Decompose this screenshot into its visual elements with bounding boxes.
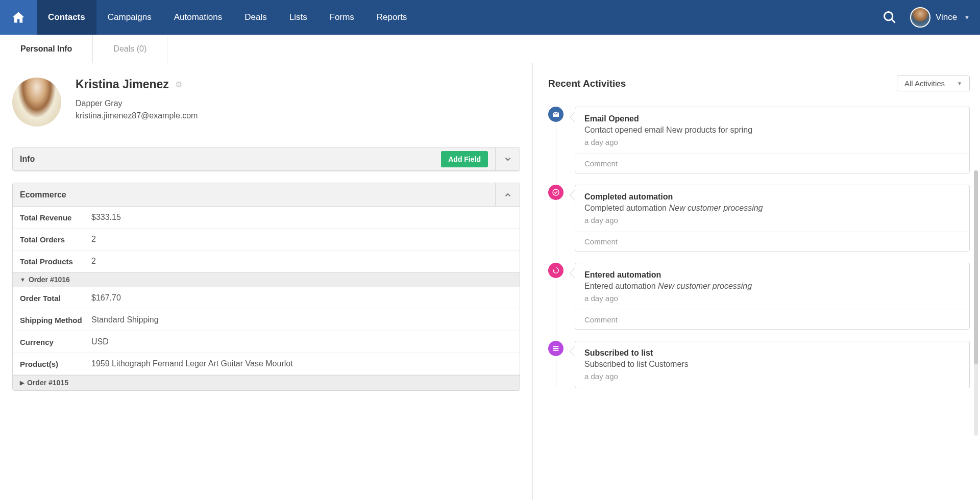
- row-label: Shipping Method: [20, 316, 91, 324]
- contact-avatar: [12, 78, 61, 127]
- activity-title: Entered automation: [584, 270, 960, 280]
- automation-enter-icon: [548, 263, 564, 278]
- contact-profile: Kristina Jimenez ⚙ Dapper Gray kristina.…: [12, 78, 520, 127]
- order-header[interactable]: ▶Order #1015: [13, 375, 520, 390]
- triangle-down-icon: ▼: [20, 277, 26, 283]
- nav-links: ContactsCampaignsAutomationsDealsListsFo…: [37, 0, 418, 35]
- activity-filter-label: All Activities: [904, 79, 945, 88]
- activity-description: Completed automation New customer proces…: [584, 204, 960, 213]
- order-row: CurrencyUSD: [13, 331, 520, 353]
- nav-automations[interactable]: Automations: [163, 0, 234, 35]
- row-value: Standard Shipping: [91, 315, 159, 324]
- tab-personal-info[interactable]: Personal Info: [0, 35, 93, 63]
- activity-card: Completed automationCompleted automation…: [575, 185, 970, 252]
- svg-point-0: [884, 12, 892, 20]
- comment-button[interactable]: Comment: [575, 310, 969, 329]
- row-value: $167.70: [91, 293, 121, 303]
- email-icon: [548, 107, 564, 122]
- info-panel-toggle[interactable]: [495, 147, 520, 171]
- row-value: $333.15: [91, 213, 121, 222]
- activity-item: Completed automationCompleted automation…: [575, 185, 970, 252]
- user-name: Vince: [936, 12, 957, 22]
- activity-card: Entered automationEntered automation New…: [575, 263, 970, 330]
- tab-deals-0-[interactable]: Deals (0): [93, 35, 167, 63]
- row-label: Total Revenue: [20, 213, 91, 222]
- search-icon: [883, 10, 897, 24]
- chevron-down-icon: [504, 155, 512, 163]
- row-label: Product(s): [20, 360, 91, 368]
- svg-point-2: [553, 189, 559, 195]
- order-title: Order #1015: [27, 379, 68, 387]
- row-label: Order Total: [20, 294, 91, 303]
- gear-icon[interactable]: ⚙: [175, 80, 182, 89]
- scrollbar[interactable]: [974, 170, 978, 436]
- order-row: Product(s)1959 Lithograph Fernand Leger …: [13, 353, 520, 375]
- caret-down-icon: ▼: [957, 81, 962, 86]
- info-panel: Info Add Field: [12, 147, 520, 171]
- activity-timeline: Email OpenedContact opened email New pro…: [548, 107, 970, 388]
- order-row: Order Total$167.70: [13, 287, 520, 309]
- ecommerce-row: Total Orders2: [13, 229, 520, 251]
- activity-item: Entered automationEntered automation New…: [575, 263, 970, 330]
- activity-description: Subscribed to list Customers: [584, 360, 960, 369]
- activity-title: Subscribed to list: [584, 348, 960, 358]
- row-value: 2: [91, 235, 96, 244]
- contact-name: Kristina Jimenez: [76, 78, 169, 91]
- row-value: 2: [91, 257, 96, 266]
- activity-filter-dropdown[interactable]: All Activities ▼: [897, 76, 970, 91]
- nav-reports[interactable]: Reports: [365, 0, 419, 35]
- triangle-right-icon: ▶: [20, 380, 24, 386]
- top-nav: ContactsCampaignsAutomationsDealsListsFo…: [0, 0, 980, 35]
- row-label: Currency: [20, 338, 91, 346]
- activity-time: a day ago: [584, 138, 960, 146]
- row-label: Total Orders: [20, 235, 91, 244]
- info-panel-title: Info: [20, 155, 441, 164]
- svg-rect-5: [553, 350, 559, 351]
- activity-time: a day ago: [584, 372, 960, 381]
- nav-lists[interactable]: Lists: [278, 0, 318, 35]
- activity-time: a day ago: [584, 294, 960, 303]
- contact-email: kristina.jimenez87@example.com: [76, 110, 198, 122]
- home-button[interactable]: [0, 0, 37, 35]
- chevron-down-icon: ▼: [964, 14, 970, 20]
- activity-card: Subscribed to listSubscribed to list Cus…: [575, 341, 970, 388]
- ecommerce-panel-title: Ecommerce: [20, 190, 495, 199]
- automation-done-icon: [548, 185, 564, 200]
- ecommerce-row: Total Revenue$333.15: [13, 207, 520, 229]
- ecommerce-panel: Ecommerce Total Revenue$333.15Total Orde…: [12, 183, 520, 391]
- user-avatar: [910, 7, 930, 28]
- comment-button[interactable]: Comment: [575, 154, 969, 173]
- activity-time: a day ago: [584, 216, 960, 224]
- nav-campaigns[interactable]: Campaigns: [96, 0, 163, 35]
- comment-button[interactable]: Comment: [575, 232, 969, 251]
- row-value: USD: [91, 337, 109, 346]
- activity-item: Email OpenedContact opened email New pro…: [575, 107, 970, 173]
- svg-rect-4: [553, 348, 559, 349]
- nav-forms[interactable]: Forms: [318, 0, 365, 35]
- home-icon: [11, 10, 26, 24]
- nav-contacts[interactable]: Contacts: [37, 0, 96, 35]
- activity-title: Email Opened: [584, 114, 960, 123]
- add-field-button[interactable]: Add Field: [441, 151, 488, 167]
- order-title: Order #1016: [29, 276, 70, 284]
- row-label: Total Products: [20, 257, 91, 266]
- row-value: 1959 Lithograph Fernand Leger Art Guitar…: [91, 359, 293, 368]
- svg-line-1: [892, 19, 895, 22]
- activity-description: Contact opened email New products for sp…: [584, 126, 960, 135]
- contact-company: Dapper Gray: [76, 97, 198, 110]
- ecommerce-panel-toggle[interactable]: [495, 183, 520, 207]
- order-row: Shipping MethodStandard Shipping: [13, 309, 520, 331]
- activity-description: Entered automation New customer processi…: [584, 282, 960, 291]
- search-button[interactable]: [875, 0, 904, 35]
- order-header[interactable]: ▼Order #1016: [13, 272, 520, 287]
- contact-tabs: Personal InfoDeals (0): [0, 35, 980, 63]
- list-icon: [548, 341, 564, 356]
- recent-activities-title: Recent Activities: [548, 78, 626, 89]
- activity-title: Completed automation: [584, 192, 960, 202]
- user-menu[interactable]: Vince ▼: [904, 0, 980, 35]
- ecommerce-row: Total Products2: [13, 251, 520, 272]
- nav-deals[interactable]: Deals: [233, 0, 278, 35]
- activity-item: Subscribed to listSubscribed to list Cus…: [575, 341, 970, 388]
- svg-rect-3: [553, 346, 559, 347]
- activity-card: Email OpenedContact opened email New pro…: [575, 107, 970, 173]
